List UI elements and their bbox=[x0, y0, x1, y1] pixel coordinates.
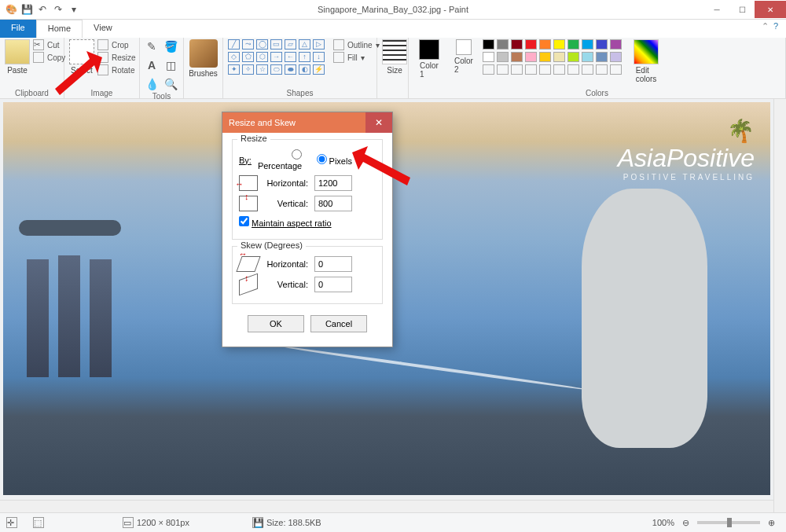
magnifier-icon[interactable]: 🔍 bbox=[163, 77, 178, 91]
crop-icon bbox=[97, 39, 108, 50]
resize-vertical-input[interactable] bbox=[314, 196, 352, 211]
zoom-in-button[interactable]: ⊕ bbox=[768, 518, 775, 528]
shape-outline-button[interactable]: Outline ▾ bbox=[333, 39, 380, 50]
palette-color[interactable] bbox=[596, 39, 608, 50]
cancel-button[interactable]: Cancel bbox=[310, 315, 367, 332]
minimize-button[interactable]: ─ bbox=[704, 1, 729, 18]
redo-icon[interactable]: ↷ bbox=[52, 3, 64, 16]
palette-empty[interactable] bbox=[525, 64, 537, 75]
save-icon[interactable]: 💾 bbox=[20, 3, 33, 16]
palette-color[interactable] bbox=[582, 52, 593, 62]
color2-button[interactable]: Color 2 bbox=[448, 39, 479, 74]
zoom-slider[interactable] bbox=[727, 518, 732, 527]
palette-color[interactable] bbox=[525, 39, 537, 50]
size-button[interactable]: Size bbox=[382, 39, 407, 75]
shapes-gallery[interactable]: ╱⤳◯▭▱△▷ ◇⬠⬡→←↑↓ ✦✧☆⬭⬬◐⚡ bbox=[228, 39, 325, 75]
palette-color[interactable] bbox=[483, 39, 494, 50]
palette-color[interactable] bbox=[596, 52, 608, 62]
selection-icon: ⬚ bbox=[33, 517, 44, 528]
palette-color[interactable] bbox=[610, 52, 622, 62]
brushes-button[interactable]: Brushes bbox=[189, 39, 218, 78]
outline-icon bbox=[333, 39, 344, 50]
palette-empty[interactable] bbox=[567, 64, 579, 75]
palette-color[interactable] bbox=[610, 39, 622, 50]
horizontal-resize-icon: ↔ bbox=[239, 175, 258, 191]
maintain-aspect-checkbox[interactable]: Maintain aspect ratio bbox=[239, 216, 332, 228]
undo-icon[interactable]: ↶ bbox=[36, 3, 49, 16]
ok-button[interactable]: OK bbox=[248, 315, 304, 332]
palette-empty[interactable] bbox=[497, 64, 509, 75]
filesize-value: Size: 188.5KB bbox=[266, 518, 321, 527]
palette-color[interactable] bbox=[525, 52, 537, 62]
dimensions-icon: ▭ bbox=[123, 517, 134, 528]
edit-colors-button[interactable]: Edit colors bbox=[630, 39, 662, 83]
size-icon bbox=[382, 39, 407, 64]
color2-swatch bbox=[456, 39, 472, 55]
skew-horizontal-input[interactable] bbox=[314, 256, 352, 272]
skew-vertical-input[interactable] bbox=[314, 277, 352, 292]
cut-button[interactable]: ✂Cut bbox=[33, 39, 65, 50]
palette-color[interactable] bbox=[497, 39, 509, 50]
text-icon[interactable]: A bbox=[145, 58, 159, 72]
palette-color[interactable] bbox=[553, 39, 565, 50]
palette-color[interactable] bbox=[511, 39, 523, 50]
group-colors-label: Colors bbox=[413, 88, 780, 97]
ribbon-tabs: File Home View ⌃ ? bbox=[0, 20, 786, 38]
color1-swatch bbox=[419, 39, 439, 60]
palette-color[interactable] bbox=[483, 52, 494, 62]
eraser-icon[interactable]: ◫ bbox=[163, 58, 178, 72]
group-image-label: Image bbox=[69, 88, 134, 97]
picker-icon[interactable]: 💧 bbox=[145, 77, 159, 91]
ribbon-collapse-icon[interactable]: ⌃ bbox=[762, 21, 769, 36]
vertical-scrollbar[interactable] bbox=[773, 99, 786, 512]
resize-horizontal-input[interactable] bbox=[314, 175, 352, 191]
palette-color[interactable] bbox=[539, 39, 551, 50]
bucket-icon[interactable]: 🪣 bbox=[163, 39, 178, 53]
radio-pixels[interactable]: Pixels bbox=[308, 154, 352, 166]
color1-button[interactable]: Color 1 bbox=[413, 39, 445, 79]
copy-button[interactable]: Copy bbox=[33, 52, 65, 63]
palette-color[interactable] bbox=[497, 52, 509, 62]
palette-color[interactable] bbox=[567, 39, 579, 50]
tab-view[interactable]: View bbox=[83, 20, 123, 38]
palette-color[interactable] bbox=[553, 52, 565, 62]
zoom-value: 100% bbox=[652, 518, 674, 527]
radio-percentage[interactable]: Percentage bbox=[258, 149, 302, 171]
palette-empty[interactable] bbox=[553, 64, 565, 75]
crop-button[interactable]: Crop bbox=[97, 39, 136, 50]
palette-empty[interactable] bbox=[511, 64, 523, 75]
qat-dropdown-icon[interactable]: ▾ bbox=[68, 3, 80, 16]
palette-color[interactable] bbox=[582, 39, 593, 50]
select-button[interactable]: Select bbox=[69, 39, 94, 75]
dimensions-value: 1200 × 801px bbox=[137, 518, 189, 527]
title-bar: 🎨 💾 ↶ ↷ ▾ Singapore_Marina_Bay_032.jpg -… bbox=[0, 0, 786, 20]
paste-button[interactable]: Paste bbox=[5, 39, 30, 75]
palette-color[interactable] bbox=[539, 52, 551, 62]
help-icon[interactable]: ? bbox=[773, 21, 778, 36]
window-title: Singapore_Marina_Bay_032.jpg - Paint bbox=[318, 5, 468, 14]
resize-skew-dialog: Resize and Skew ✕ Resize By: Percentage … bbox=[222, 112, 393, 347]
dialog-titlebar[interactable]: Resize and Skew ✕ bbox=[222, 112, 392, 133]
clipboard-icon bbox=[5, 39, 30, 64]
rotate-button[interactable]: Rotate bbox=[97, 64, 136, 75]
zoom-out-button[interactable]: ⊖ bbox=[682, 518, 689, 528]
palette-empty[interactable] bbox=[596, 64, 608, 75]
cursor-pos-icon: ✛ bbox=[6, 517, 17, 528]
palette-empty[interactable] bbox=[483, 64, 494, 75]
palette-empty[interactable] bbox=[610, 64, 622, 75]
color-palette[interactable] bbox=[483, 39, 623, 75]
shape-fill-button[interactable]: Fill ▾ bbox=[333, 52, 380, 63]
pencil-icon[interactable]: ✎ bbox=[145, 39, 159, 53]
palette-color[interactable] bbox=[567, 52, 579, 62]
status-bar: ✛ ⬚ ▭1200 × 801px 💾Size: 188.5KB 100% ⊖ … bbox=[0, 512, 786, 532]
tab-file[interactable]: File bbox=[0, 20, 36, 38]
horizontal-scrollbar[interactable] bbox=[0, 500, 773, 512]
palette-empty[interactable] bbox=[539, 64, 551, 75]
tab-home[interactable]: Home bbox=[36, 20, 83, 38]
close-button[interactable]: ✕ bbox=[755, 1, 786, 18]
resize-button[interactable]: Resize bbox=[97, 52, 136, 63]
palette-color[interactable] bbox=[511, 52, 523, 62]
maximize-button[interactable]: ☐ bbox=[729, 1, 755, 18]
palette-empty[interactable] bbox=[582, 64, 593, 75]
dialog-close-button[interactable]: ✕ bbox=[365, 112, 392, 133]
